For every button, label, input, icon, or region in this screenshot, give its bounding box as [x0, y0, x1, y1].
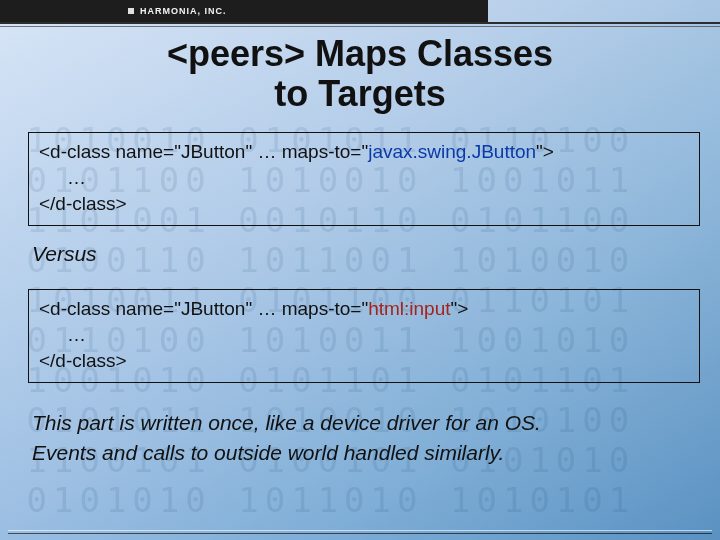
- code1-suffix: ">: [536, 141, 554, 162]
- code2-prefix: <d-class name=": [39, 298, 181, 319]
- top-rule: [0, 22, 720, 24]
- footnote: This part is written once, like a device…: [32, 408, 690, 468]
- title-bar: HARMONIA, INC.: [0, 0, 488, 22]
- title-bar-bullet-icon: [128, 8, 134, 14]
- company-name: HARMONIA, INC.: [140, 6, 227, 16]
- code1-mid: " … maps-to=": [245, 141, 368, 162]
- code2-name: JButton: [181, 298, 245, 319]
- bottom-rules: [8, 530, 712, 536]
- footnote-line1: This part is written once, like a device…: [32, 411, 541, 434]
- code-box-1: <d-class name="JButton" … maps-to="javax…: [28, 132, 700, 226]
- code1-close: </d-class>: [39, 191, 689, 217]
- code1-target: javax.swing.JButton: [368, 141, 536, 162]
- versus-label: Versus: [32, 242, 97, 266]
- slide-title-line2: to Targets: [274, 73, 445, 114]
- footnote-line2: Events and calls to outside world handle…: [32, 441, 504, 464]
- code2-mid: " … maps-to=": [245, 298, 368, 319]
- slide-title-line1: <peers> Maps Classes: [167, 33, 553, 74]
- code1-body: …: [39, 165, 689, 191]
- slide: 1010010 0101011 0110100 0101100 1010010 …: [0, 0, 720, 540]
- top-rule-thin: [0, 26, 720, 27]
- code2-close: </d-class>: [39, 348, 689, 374]
- slide-title: <peers> Maps Classes to Targets: [0, 34, 720, 114]
- code1-open-line: <d-class name="JButton" … maps-to="javax…: [39, 139, 689, 165]
- code1-name: JButton: [181, 141, 245, 162]
- code2-suffix: ">: [451, 298, 469, 319]
- code1-prefix: <d-class name=": [39, 141, 181, 162]
- code2-open-line: <d-class name="JButton" … maps-to="html:…: [39, 296, 689, 322]
- code2-target: html:input: [368, 298, 450, 319]
- code2-body: …: [39, 322, 689, 348]
- code-box-2: <d-class name="JButton" … maps-to="html:…: [28, 289, 700, 383]
